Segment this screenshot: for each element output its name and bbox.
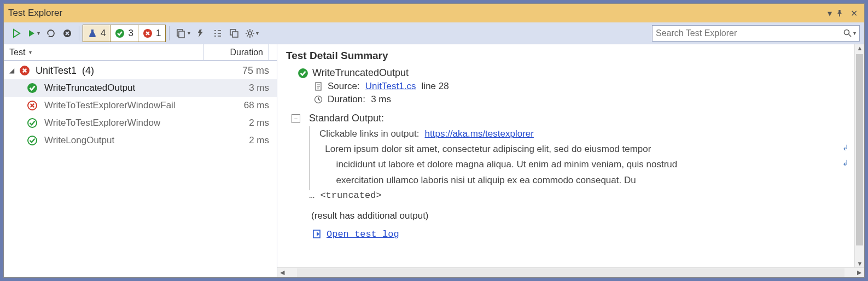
settings-button[interactable]: ▾	[243, 25, 261, 42]
search-dropdown[interactable]: ▾	[853, 30, 856, 36]
run-button[interactable]: ▾	[25, 25, 42, 42]
tree-item[interactable]: WriteToTestExplorerWindowFail 68 ms	[4, 97, 277, 114]
wrap-indicator-icon: ↲	[842, 157, 849, 169]
detail-duration-row: Duration: 3 ms	[312, 94, 850, 105]
svg-rect-4	[179, 31, 184, 38]
source-link[interactable]: UnitTest1.cs	[365, 81, 416, 92]
flask-icon	[88, 28, 97, 38]
show-hierarchy-button[interactable]	[226, 25, 242, 42]
filter-failed[interactable]: 1	[138, 25, 165, 42]
search-icon[interactable]	[843, 29, 852, 38]
fail-icon	[19, 65, 30, 76]
sort-indicator: ▾	[29, 49, 32, 55]
window-title: Test Explorer	[8, 8, 62, 19]
horizontal-scrollbar[interactable]: ◀ ▶	[277, 267, 864, 277]
stdout-text: Clickable links in output: https://aka.m…	[319, 126, 850, 188]
detail-content: Test Detail Summary WriteTruncatedOutput…	[277, 44, 864, 267]
detail-test-name-row: WriteTruncatedOutput	[297, 67, 850, 79]
tree-item[interactable]: WriteToTestExplorerWindow 2 ms	[4, 114, 277, 132]
svg-point-12	[28, 119, 37, 127]
open-test-log-link[interactable]: Open test log	[327, 229, 399, 239]
expand-toggle[interactable]: ◢	[7, 67, 16, 74]
collapse-toggle[interactable]: −	[292, 114, 300, 123]
playlist-button[interactable]: ▾	[173, 25, 193, 42]
column-header-duration[interactable]: Duration	[203, 44, 269, 60]
test-tree-pane: Test ▾ Duration ◢ UnitTest1 (4) 75 ms	[4, 44, 277, 277]
toolbar: ▾ 4 3 1 ▾	[4, 22, 864, 44]
tree-item[interactable]: WriteTruncatedOutput 3 ms	[4, 79, 277, 97]
fail-icon	[143, 28, 153, 38]
test-tree[interactable]: ◢ UnitTest1 (4) 75 ms WriteTruncatedOutp…	[4, 61, 277, 277]
clock-icon	[312, 95, 324, 104]
tree-item[interactable]: WriteLongOutput 2 ms	[4, 132, 277, 149]
svg-point-8	[844, 30, 849, 34]
additional-output-note: (result has additional output)	[311, 210, 850, 221]
column-header-test[interactable]: Test ▾	[4, 44, 203, 60]
filter-passed[interactable]: 3	[110, 25, 138, 42]
search-box[interactable]: ▾	[652, 25, 860, 42]
vertical-scrollbar[interactable]: ▲ ▼	[854, 44, 864, 267]
close-button[interactable]: ✕	[848, 8, 860, 19]
open-external-icon	[311, 229, 323, 239]
cancel-run-button[interactable]	[60, 25, 75, 42]
repeat-last-run-button[interactable]	[43, 25, 59, 42]
svg-rect-6	[232, 32, 238, 37]
run-all-button[interactable]	[9, 25, 24, 42]
pass-icon	[27, 83, 38, 93]
run-after-build-button[interactable]	[194, 25, 209, 42]
window-menu-button[interactable]: ▾	[824, 8, 836, 19]
svg-point-7	[248, 32, 252, 35]
pass-icon	[115, 28, 125, 38]
detail-pane: Test Detail Summary WriteTruncatedOutput…	[277, 44, 864, 277]
fail-outline-icon	[27, 100, 38, 111]
truncated-marker: … <truncated>	[309, 190, 850, 201]
group-by-button[interactable]	[210, 25, 225, 42]
test-explorer-window: Test Explorer ▾ ✕ ▾ 4	[3, 3, 865, 278]
pass-outline-icon	[27, 135, 38, 146]
pass-outline-icon	[27, 118, 38, 128]
content-area: Test ▾ Duration ◢ UnitTest1 (4) 75 ms	[4, 44, 864, 277]
open-log-row: Open test log	[311, 229, 850, 239]
detail-heading: Test Detail Summary	[286, 50, 850, 62]
tree-group[interactable]: ◢ UnitTest1 (4) 75 ms	[4, 62, 277, 79]
stdout-section: − Standard Output: Clickable links in ou…	[292, 113, 850, 201]
filter-total[interactable]: 4	[83, 25, 110, 42]
detail-source-row: Source: UnitTest1.cs line 28	[312, 81, 850, 92]
titlebar: Test Explorer ▾ ✕	[4, 4, 864, 22]
search-input[interactable]	[656, 28, 843, 38]
output-link[interactable]: https://aka.ms/testexplorer	[425, 128, 534, 139]
grid-header: Test ▾ Duration	[4, 44, 277, 61]
document-icon	[312, 82, 324, 91]
filter-group: 4 3 1	[83, 25, 166, 42]
pin-button[interactable]	[836, 9, 848, 17]
pass-icon	[297, 68, 309, 79]
wrap-indicator-icon: ↲	[842, 142, 849, 154]
svg-point-13	[28, 136, 37, 145]
